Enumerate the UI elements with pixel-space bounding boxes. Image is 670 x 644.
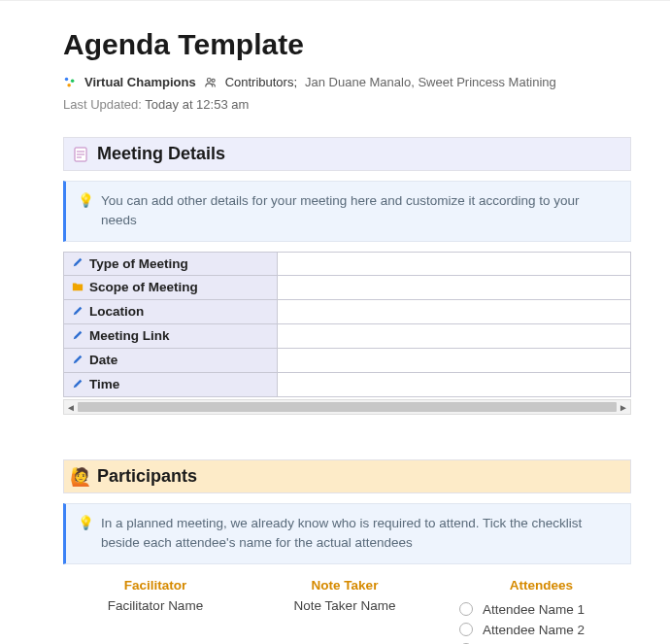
detail-value-cell[interactable]	[278, 373, 631, 397]
detail-label-cell: Meeting Link	[64, 324, 278, 349]
attendees-title: Attendees	[510, 578, 573, 593]
svg-point-2	[67, 83, 71, 86]
callout-participants-text[interactable]: In a planned meeting, we already know wh…	[101, 514, 619, 554]
pencil-icon	[72, 256, 85, 271]
detail-label-cell: Date	[64, 349, 278, 373]
notetaker-name[interactable]: Note Taker Name	[294, 598, 396, 613]
facilitator-column: Facilitator Facilitator Name	[63, 578, 248, 644]
table-row: Scope of Meeting	[64, 276, 631, 300]
page-title: Agenda Template	[63, 28, 631, 61]
lightbulb-icon: 💡	[78, 191, 91, 211]
attendee-name[interactable]: Attendee Name 2	[483, 623, 585, 637]
table-row: Type of Meeting	[64, 252, 631, 276]
attendee-item: Attendee Name 1	[452, 602, 585, 617]
people-icon	[204, 76, 218, 89]
detail-label: Time	[89, 377, 119, 391]
callout-participants: 💡 In a planned meeting, we already know …	[63, 503, 631, 564]
detail-label: Date	[89, 353, 117, 367]
table-row: Time	[64, 373, 631, 397]
detail-value-cell[interactable]	[278, 300, 631, 324]
participants-roles: Facilitator Facilitator Name Note Taker …	[63, 578, 631, 644]
last-updated: Last Updated: Today at 12:53 am	[63, 97, 631, 112]
pencil-icon	[72, 378, 85, 392]
horizontal-scrollbar[interactable]: ◄ ►	[63, 399, 631, 415]
detail-label-cell: Time	[64, 373, 278, 397]
notepad-icon	[72, 146, 89, 163]
detail-label-cell: Scope of Meeting	[64, 276, 278, 300]
scroll-left-arrow-icon[interactable]: ◄	[66, 402, 76, 413]
contributors-names[interactable]: Jan Duane Manalo, Sweet Princess Matinin…	[305, 75, 556, 89]
detail-label: Scope of Meeting	[89, 280, 198, 294]
detail-label-cell: Type of Meeting	[64, 252, 278, 276]
facilitator-name[interactable]: Facilitator Name	[108, 598, 203, 613]
pencil-icon	[72, 354, 85, 368]
detail-label: Meeting Link	[89, 328, 170, 343]
attendees-column: Attendees Attendee Name 1Attendee Name 2…	[442, 578, 631, 644]
svg-point-4	[212, 79, 215, 82]
section-gap	[63, 415, 631, 459]
scroll-track[interactable]	[78, 402, 617, 412]
callout-details-text[interactable]: You can add other details for your meeti…	[101, 191, 619, 231]
detail-value-cell[interactable]	[278, 349, 631, 373]
lightbulb-icon: 💡	[78, 514, 91, 533]
attendee-checkbox[interactable]	[459, 602, 473, 616]
workspace-name[interactable]: Virtual Champions	[84, 75, 196, 89]
attendee-name[interactable]: Attendee Name 1	[483, 602, 585, 617]
detail-value-cell[interactable]	[278, 276, 631, 300]
table-row: Location	[64, 300, 631, 324]
table-row: Meeting Link	[64, 324, 631, 349]
pencil-icon	[72, 329, 85, 344]
detail-label: Type of Meeting	[89, 256, 188, 271]
contributors-label: Contributors;	[225, 75, 297, 89]
svg-point-1	[71, 79, 75, 83]
page-root: Agenda Template Virtual Champions Contri…	[0, 1, 670, 644]
attendee-checkbox[interactable]	[459, 623, 473, 636]
detail-value-cell[interactable]	[278, 324, 631, 349]
svg-point-0	[65, 77, 69, 81]
section-header-participants: 🙋 Participants	[63, 459, 631, 493]
attendee-item: Attendee Name 2	[452, 623, 585, 637]
svg-point-3	[207, 78, 211, 82]
raising-hand-icon: 🙋	[72, 468, 89, 486]
meeting-details-table: Type of MeetingScope of MeetingLocationM…	[63, 252, 631, 398]
meta-row: Virtual Champions Contributors; Jan Duan…	[63, 75, 631, 89]
facilitator-title: Facilitator	[124, 578, 187, 593]
callout-details: 💡 You can add other details for your mee…	[63, 181, 631, 242]
section-title-participants: Participants	[97, 466, 197, 487]
pencil-icon	[72, 305, 85, 320]
scroll-right-arrow-icon[interactable]: ►	[619, 402, 628, 413]
folder-icon	[72, 281, 85, 295]
sparkle-icon	[63, 76, 77, 89]
section-header-meeting-details: Meeting Details	[63, 137, 631, 171]
table-row: Date	[64, 349, 631, 373]
detail-label-cell: Location	[64, 300, 278, 324]
notetaker-column: Note Taker Note Taker Name	[248, 578, 442, 644]
updated-label: Last Updated:	[63, 97, 142, 112]
notetaker-title: Note Taker	[312, 578, 379, 593]
section-title-details: Meeting Details	[97, 144, 225, 164]
detail-label: Location	[89, 304, 144, 319]
updated-value: Today at 12:53 am	[145, 97, 249, 112]
detail-value-cell[interactable]	[278, 252, 631, 276]
